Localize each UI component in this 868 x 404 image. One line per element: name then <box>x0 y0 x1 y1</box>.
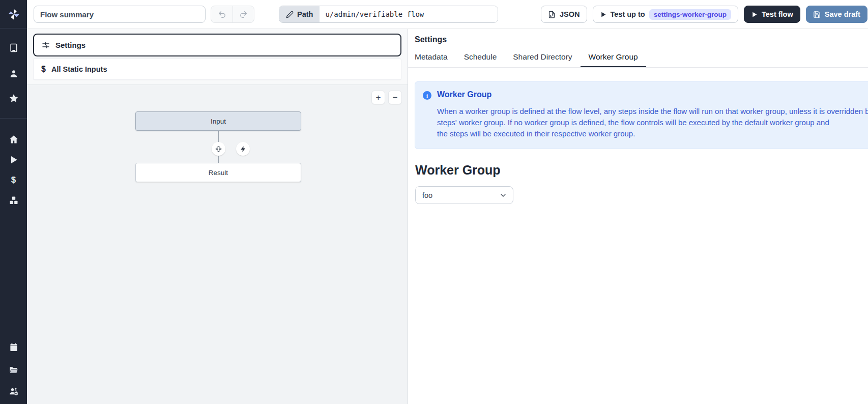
tab-worker-group[interactable]: Worker Group <box>581 49 646 67</box>
flow-canvas[interactable]: + − Input Result <box>27 85 408 404</box>
tab-metadata[interactable]: Metadata <box>408 49 456 67</box>
zap-icon <box>240 146 247 153</box>
topbar-actions: JSON Test up to settings-worker-group Te… <box>541 6 867 23</box>
canvas-zoom-controls: + − <box>371 91 402 104</box>
redo-icon <box>239 10 248 19</box>
flow-path-input[interactable] <box>320 6 498 22</box>
info-icon: i <box>423 91 431 100</box>
path-label: Path <box>297 10 313 18</box>
all-static-inputs-button[interactable]: $ All Static Inputs <box>33 59 401 80</box>
sidebar-item-favorites[interactable] <box>0 88 27 108</box>
flow-editor-topbar: Path JSON Test up to settings-worker-gro… <box>27 0 868 29</box>
undo-redo-group <box>211 6 254 23</box>
sidebar-item-schedules[interactable] <box>0 337 27 358</box>
play-white-icon <box>751 11 758 18</box>
test-up-to-button[interactable]: Test up to settings-worker-group <box>593 6 738 23</box>
play-small-icon <box>600 11 606 18</box>
test-flow-button[interactable]: Test flow <box>744 6 800 23</box>
building-icon <box>9 43 19 53</box>
tab-schedule[interactable]: Schedule <box>456 49 505 67</box>
sidebar-item-groups[interactable] <box>0 381 27 401</box>
redo-button[interactable] <box>233 6 254 22</box>
flow-settings-button[interactable]: Settings <box>33 34 401 56</box>
boxes-icon <box>9 195 19 206</box>
home-icon <box>9 134 19 145</box>
flow-panel-header: Settings $ All Static Inputs <box>27 29 408 85</box>
pencil-icon <box>286 11 294 18</box>
user-icon <box>9 69 19 79</box>
info-line-1: When a worker group is defined at the fl… <box>437 106 868 117</box>
plus-cross-icon <box>215 145 222 153</box>
info-line-2: steps' worker group. If no worker group … <box>437 117 868 128</box>
sliders-icon <box>41 41 50 50</box>
settings-tabs: Metadata Schedule Shared Directory Worke… <box>408 49 868 68</box>
flow-path-group: Path <box>279 6 498 23</box>
edit-path-button[interactable]: Path <box>279 6 320 22</box>
test-flow-label: Test flow <box>762 10 793 18</box>
info-box-text: When a worker group is defined at the fl… <box>437 106 868 139</box>
save-icon <box>813 11 821 18</box>
sidebar-item-workspace[interactable] <box>0 38 27 58</box>
settings-panel: Settings Metadata Schedule Shared Direct… <box>408 29 868 404</box>
windmill-logo-icon <box>7 7 21 21</box>
worker-group-select[interactable]: foo <box>415 186 513 204</box>
settings-panel-title: Settings <box>415 35 868 44</box>
trigger-step-button[interactable] <box>236 142 250 156</box>
calendar-icon <box>9 342 19 353</box>
sidebar-top-group <box>0 38 27 108</box>
sidebar-item-variables[interactable]: $ <box>0 170 27 190</box>
file-json-icon <box>548 11 556 18</box>
star-icon <box>9 93 19 103</box>
dollar-icon: $ <box>41 65 46 74</box>
sidebar-main-group: $ <box>0 129 27 211</box>
add-step-button[interactable] <box>212 142 225 156</box>
flow-summary-input[interactable] <box>34 6 206 23</box>
json-button[interactable]: JSON <box>541 6 587 23</box>
chevron-down-icon <box>499 191 507 199</box>
info-box-content: Worker Group When a worker group is defi… <box>437 90 868 139</box>
play-icon <box>9 155 19 165</box>
test-up-to-step-badge[interactable]: settings-worker-group <box>649 9 731 20</box>
users-cog-icon <box>9 386 19 396</box>
dollar-icon: $ <box>11 175 16 185</box>
info-line-3: the steps will be executed in their resp… <box>437 128 868 139</box>
save-draft-label: Save draft <box>825 10 860 18</box>
worker-group-section-title: Worker Group <box>415 163 868 178</box>
tab-shared-directory[interactable]: Shared Directory <box>505 49 580 67</box>
sidebar-item-user[interactable] <box>0 64 27 84</box>
flow-graph-panel: Settings $ All Static Inputs + − Input <box>27 29 408 404</box>
sidebar-item-resources[interactable] <box>0 190 27 211</box>
test-up-to-label: Test up to <box>611 10 645 18</box>
flow-settings-label: Settings <box>55 41 85 49</box>
sidebar-item-home[interactable] <box>0 129 27 150</box>
json-button-label: JSON <box>560 10 580 18</box>
app-sidebar: $ <box>0 0 27 404</box>
windmill-logo[interactable] <box>0 0 27 28</box>
undo-button[interactable] <box>211 6 233 22</box>
zoom-in-button[interactable]: + <box>371 91 385 104</box>
sidebar-divider <box>0 118 27 119</box>
input-node[interactable]: Input <box>135 111 301 131</box>
flow-editor-app: $ <box>0 0 868 404</box>
worker-group-info-box: i Worker Group When a worker group is de… <box>415 81 868 149</box>
folder-icon <box>9 365 19 375</box>
all-static-inputs-label: All Static Inputs <box>51 65 107 73</box>
sidebar-item-folders[interactable] <box>0 360 27 380</box>
sidebar-item-runs[interactable] <box>0 150 27 170</box>
zoom-out-button[interactable]: − <box>388 91 402 104</box>
result-node[interactable]: Result <box>135 163 301 182</box>
worker-group-select-value: foo <box>422 191 432 199</box>
save-draft-button[interactable]: Save draft <box>806 6 867 23</box>
sidebar-bottom-group <box>0 337 27 401</box>
info-box-title: Worker Group <box>437 90 868 99</box>
undo-icon <box>218 10 226 19</box>
